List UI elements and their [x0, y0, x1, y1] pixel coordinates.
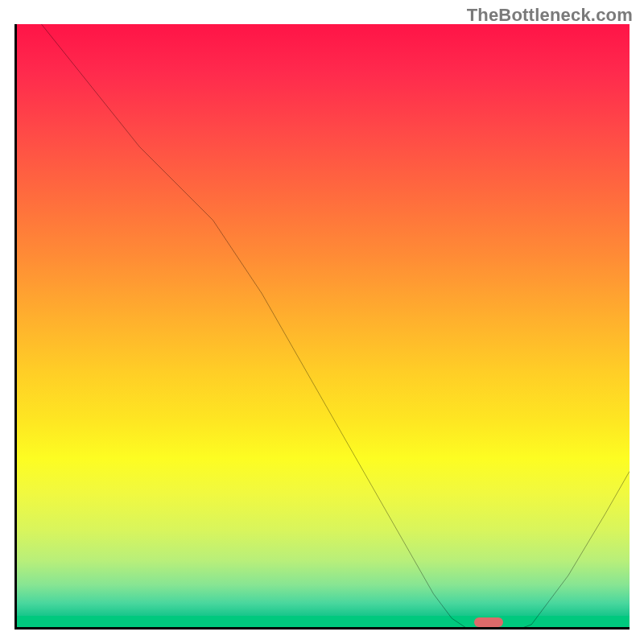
watermark-text: TheBottleneck.com [467, 5, 633, 26]
bottleneck-curve [17, 24, 630, 630]
optimal-marker [474, 617, 503, 627]
chart-area [14, 24, 630, 630]
